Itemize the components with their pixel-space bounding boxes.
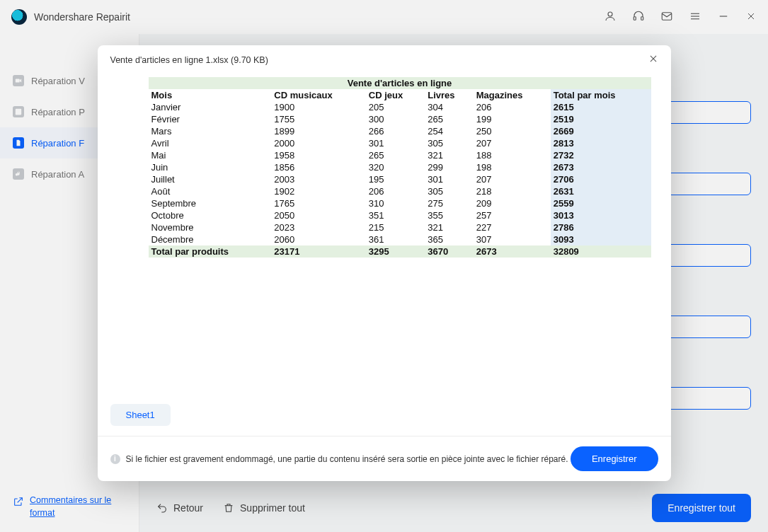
- modal-info-text: Si le fichier est gravement endommagé, u…: [126, 454, 571, 464]
- table-title: Vente d'articles en ligne: [149, 77, 651, 89]
- sheet-tabs: Sheet1: [98, 404, 671, 426]
- table-row: Septembre17653102752092559: [149, 197, 651, 209]
- table-row: Avril20003013052072813: [149, 137, 651, 149]
- spreadsheet-table: Vente d'articles en ligneMoisCD musicaux…: [149, 77, 651, 258]
- table-row: Janvier19002053042062615: [149, 101, 651, 113]
- table-row: Août19022063052182631: [149, 185, 651, 197]
- modal-body[interactable]: Vente d'articles en ligneMoisCD musicaux…: [98, 74, 671, 404]
- table-row: Juillet20031953012072706: [149, 173, 651, 185]
- column-header: CD jeux: [366, 89, 425, 101]
- modal-save-button[interactable]: Enregistrer: [571, 446, 658, 471]
- preview-modal: Vente d'articles en ligne 1.xlsx (9.70 K…: [98, 45, 671, 481]
- modal-backdrop: Vente d'articles en ligne 1.xlsx (9.70 K…: [0, 0, 768, 532]
- column-header: CD musicaux: [271, 89, 366, 101]
- modal-close-button[interactable]: [648, 54, 658, 66]
- table-row: Octobre20503513552573013: [149, 209, 651, 221]
- column-header: Mois: [149, 89, 272, 101]
- table-row: Février17553002651992519: [149, 113, 651, 125]
- table-row: Juin18563202991982673: [149, 161, 651, 173]
- table-row: Mai19582653211882732: [149, 149, 651, 161]
- modal-filename: Vente d'articles en ligne 1.xlsx (9.70 K…: [110, 55, 268, 65]
- modal-footer: i Si le fichier est gravement endommagé,…: [98, 436, 671, 481]
- modal-header: Vente d'articles en ligne 1.xlsx (9.70 K…: [98, 45, 671, 74]
- column-header: Total par mois: [551, 89, 651, 101]
- table-row: Novembre20232153212272786: [149, 221, 651, 233]
- column-header: Magazines: [474, 89, 551, 101]
- table-row: Mars18992662542502669: [149, 125, 651, 137]
- table-row: Décembre20603613653073093: [149, 233, 651, 245]
- sheet-tab[interactable]: Sheet1: [110, 404, 171, 426]
- column-header: Livres: [425, 89, 473, 101]
- info-icon: i: [110, 454, 120, 464]
- table-total-row: Total par produits2317132953670267332809: [149, 245, 651, 258]
